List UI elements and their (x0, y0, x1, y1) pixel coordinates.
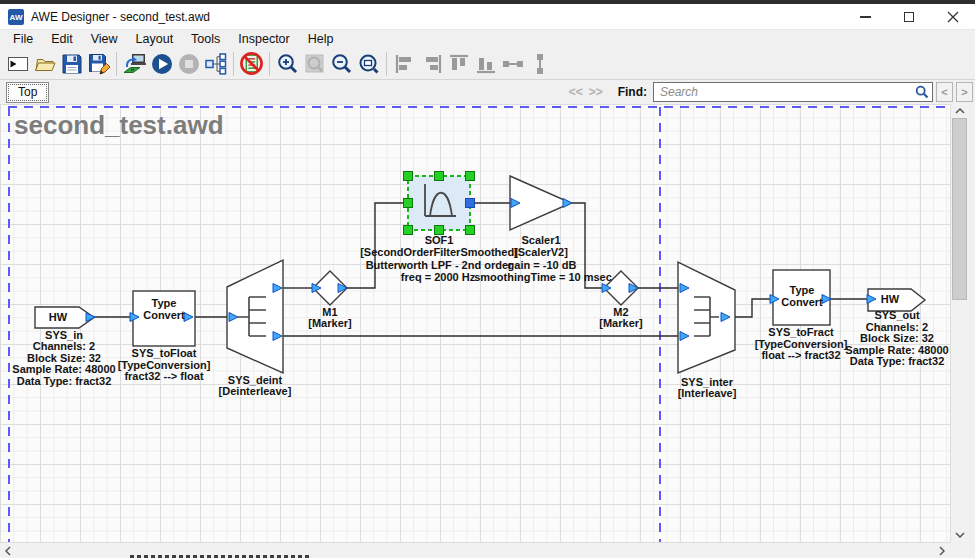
minimize-button[interactable] (843, 4, 887, 29)
menu-help[interactable]: Help (299, 30, 343, 48)
find-next-button[interactable]: > (956, 82, 973, 102)
new-file-icon (6, 52, 30, 76)
scroll-right-button[interactable] (934, 543, 950, 558)
scaler1-desc2: smoothingTime = 10 msec (474, 272, 612, 283)
toolbar-separator (386, 52, 387, 76)
save-as-button[interactable] (85, 50, 112, 77)
zoom-out-button[interactable] (328, 50, 355, 77)
menu-bar: File Edit View Layout Tools Inspector He… (0, 30, 975, 48)
sys-in-prop: Sample Rate: 48000 (12, 364, 115, 375)
search-input[interactable] (653, 82, 933, 102)
svg-text:AW: AW (10, 13, 23, 22)
block-sof1[interactable] (404, 172, 475, 235)
pin-scaler1-out (563, 199, 572, 208)
menu-view[interactable]: View (82, 30, 127, 48)
menu-file[interactable]: File (4, 30, 42, 48)
scaler1-desc1: gain = -10 dB (508, 260, 577, 271)
deploy-button[interactable] (121, 50, 148, 77)
menu-tools[interactable]: Tools (182, 30, 229, 48)
history-forward-button[interactable]: >> (586, 84, 606, 100)
tab-bar: Top << >> Find: < > (0, 80, 975, 104)
zoom-fit-button[interactable] (301, 50, 328, 77)
close-icon (947, 11, 959, 23)
open-file-button[interactable] (31, 50, 58, 77)
inspector-disabled-icon (239, 51, 264, 76)
stop-button[interactable] (175, 50, 202, 77)
vertical-scrollbar[interactable] (950, 104, 968, 542)
distribute-horizontal-button[interactable] (499, 50, 526, 77)
diagram-layer (0, 104, 950, 542)
tab-top[interactable]: Top (6, 82, 49, 103)
maximize-icon (904, 12, 914, 22)
sof1-output-pin[interactable] (466, 199, 475, 208)
inspector-toggle-button[interactable] (238, 50, 265, 77)
align-right-button[interactable] (418, 50, 445, 77)
stop-icon (177, 52, 201, 76)
new-file-button[interactable] (4, 50, 31, 77)
distribute-vertical-icon (528, 52, 552, 76)
align-top-button[interactable] (445, 50, 472, 77)
sof1-desc2: freq = 2000 Hz (401, 272, 475, 283)
scroll-up-button[interactable] (951, 104, 969, 118)
save-as-icon (87, 52, 111, 76)
align-bottom-button[interactable] (472, 50, 499, 77)
wire-inter-tofract[interactable] (730, 299, 770, 317)
align-right-icon (420, 52, 444, 76)
scrollbar-corner (950, 542, 975, 558)
zoom-region-icon (357, 52, 381, 76)
sys-tofloat-desc: fract32 --> float (124, 371, 203, 382)
sys-in-prop: Data Type: fract32 (17, 376, 112, 387)
sys-out-hw-label: HW (866, 293, 914, 305)
sys-tofract-desc: float --> fract32 (761, 350, 840, 361)
sys-in-hw-label: HW (35, 311, 81, 323)
find-prev-button[interactable]: < (936, 82, 953, 102)
scaler1-name: Scaler1 (521, 235, 560, 246)
search-box (653, 82, 933, 102)
sys-tofloat-name: SYS_toFloat (132, 348, 197, 359)
sys-out-prop: Channels: 2 (866, 322, 928, 333)
deploy-to-target-icon (123, 52, 147, 76)
sys-out-prop: Sample Rate: 48000 (845, 345, 948, 356)
profile-button[interactable] (202, 50, 229, 77)
zoom-out-icon (330, 52, 354, 76)
sof1-desc1: Butterworth LPF - 2nd order (366, 260, 513, 271)
toolbar (0, 48, 975, 80)
sys-in-prop: Channels: 2 (33, 341, 95, 352)
search-icon[interactable] (915, 85, 929, 103)
play-button[interactable] (148, 50, 175, 77)
panel-edge (968, 104, 975, 558)
menu-layout[interactable]: Layout (127, 30, 183, 48)
distribute-vertical-button[interactable] (526, 50, 553, 77)
menu-edit[interactable]: Edit (42, 30, 82, 48)
align-top-icon (447, 52, 471, 76)
close-button[interactable] (931, 4, 975, 29)
align-bottom-icon (474, 52, 498, 76)
align-left-button[interactable] (391, 50, 418, 77)
scroll-left-button[interactable] (0, 543, 16, 558)
design-canvas[interactable]: second_test.awd (0, 104, 950, 542)
profile-icon (204, 52, 228, 76)
maximize-button[interactable] (887, 4, 931, 29)
sys-tofract-label: Type Convert (776, 284, 828, 308)
toolbar-separator (116, 52, 117, 76)
chevron-left-icon (5, 546, 11, 556)
menu-inspector[interactable]: Inspector (229, 30, 298, 48)
zoom-region-button[interactable] (355, 50, 382, 77)
minimize-icon (860, 16, 871, 18)
vertical-scroll-thumb[interactable] (952, 118, 967, 300)
scroll-down-button[interactable] (951, 528, 969, 542)
window-title: AWE Designer - second_test.awd (31, 10, 210, 24)
zoom-in-button[interactable] (274, 50, 301, 77)
title-bar: AW AWE Designer - second_test.awd (0, 4, 975, 30)
chevron-right-icon (939, 546, 945, 556)
m2-type: [Marker] (599, 318, 642, 329)
app-window: AW AWE Designer - second_test.awd File E… (0, 0, 975, 558)
open-file-icon (33, 52, 57, 76)
save-button[interactable] (58, 50, 85, 77)
chevron-up-icon (955, 108, 965, 114)
history-back-button[interactable]: << (566, 84, 586, 100)
horizontal-scrollbar[interactable] (0, 542, 950, 558)
sys-deint-name: SYS_deint (228, 375, 282, 386)
zoom-fit-icon (303, 52, 327, 76)
play-icon (150, 52, 174, 76)
